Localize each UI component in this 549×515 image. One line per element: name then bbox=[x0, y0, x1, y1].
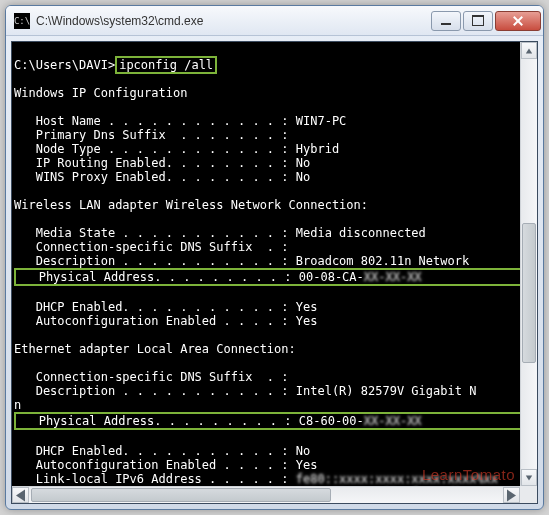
iprouting-value: No bbox=[289, 156, 311, 170]
window-controls bbox=[429, 11, 541, 31]
wlan-conndns-label: Connection-specific DNS Suffix . : bbox=[14, 240, 289, 254]
cmd-window: C:\ C:\Windows\system32\cmd.exe C:\Users… bbox=[5, 5, 544, 510]
wlan-physaddr-redacted: XX-XX-XX bbox=[364, 270, 422, 284]
iprouting-label: IP Routing Enabled. . . . . . . . : bbox=[14, 156, 289, 170]
wlan-desc-label: Description . . . . . . . . . . . : bbox=[14, 254, 289, 268]
primary-dns-label: Primary Dns Suffix . . . . . . . : bbox=[14, 128, 289, 142]
minimize-button[interactable] bbox=[431, 11, 461, 31]
eth-autoconf-value: Yes bbox=[289, 458, 318, 472]
winsproxy-value: No bbox=[289, 170, 311, 184]
wlan-desc-value: Broadcom 802.11n Network bbox=[289, 254, 470, 268]
watermark: LearnTomato bbox=[422, 466, 515, 483]
hscroll-track[interactable] bbox=[29, 487, 503, 503]
hostname-value: WIN7-PC bbox=[289, 114, 347, 128]
wlan-autoconf-value: Yes bbox=[289, 314, 318, 328]
horizontal-scrollbar[interactable] bbox=[12, 486, 520, 503]
eth-physaddr-redacted: XX-XX-XX bbox=[364, 414, 422, 428]
scroll-down-button[interactable] bbox=[521, 469, 537, 486]
scroll-right-button[interactable] bbox=[503, 487, 520, 503]
eth-dhcp-value: No bbox=[289, 444, 311, 458]
wlan-physaddr-highlight: Physical Address. . . . . . . . . : 00-0… bbox=[14, 268, 537, 286]
window-title: C:\Windows\system32\cmd.exe bbox=[36, 14, 429, 28]
wlan-mediastate-label: Media State . . . . . . . . . . . : bbox=[14, 226, 289, 240]
scroll-up-button[interactable] bbox=[521, 42, 537, 59]
wlan-autoconf-label: Autoconfiguration Enabled . . . . : bbox=[14, 314, 289, 328]
wlan-mediastate-value: Media disconnected bbox=[289, 226, 426, 240]
hostname-label: Host Name . . . . . . . . . . . . : bbox=[14, 114, 289, 128]
wlan-dhcp-label: DHCP Enabled. . . . . . . . . . . : bbox=[14, 300, 289, 314]
wlan-dhcp-value: Yes bbox=[289, 300, 318, 314]
scroll-left-button[interactable] bbox=[12, 487, 29, 503]
cmd-icon: C:\ bbox=[14, 13, 30, 29]
eth-physaddr-label: Physical Address. . . . . . . . . : bbox=[17, 414, 292, 428]
console-text: C:\Users\DAVI>ipconfig /all Windows IP C… bbox=[12, 42, 537, 504]
eth-physaddr-highlight: Physical Address. . . . . . . . . : C8-6… bbox=[14, 412, 537, 430]
titlebar[interactable]: C:\ C:\Windows\system32\cmd.exe bbox=[6, 6, 543, 36]
winsproxy-label: WINS Proxy Enabled. . . . . . . . : bbox=[14, 170, 289, 184]
eth-conndns-label: Connection-specific DNS Suffix . : bbox=[14, 370, 289, 384]
hscroll-thumb[interactable] bbox=[31, 488, 331, 502]
eth-desc-trail: n bbox=[14, 398, 21, 412]
eth-physaddr-visible: C8-60-00- bbox=[292, 414, 364, 428]
eth-linklocal-label: Link-local IPv6 Address . . . . . : bbox=[14, 472, 289, 486]
eth-autoconf-label: Autoconfiguration Enabled . . . . : bbox=[14, 458, 289, 472]
wlan-header: Wireless LAN adapter Wireless Network Co… bbox=[14, 198, 368, 212]
console-area[interactable]: C:\Users\DAVI>ipconfig /all Windows IP C… bbox=[11, 41, 538, 504]
ipconfig-header: Windows IP Configuration bbox=[14, 86, 187, 100]
eth-desc-label: Description . . . . . . . . . . . : bbox=[14, 384, 289, 398]
nodetype-label: Node Type . . . . . . . . . . . . : bbox=[14, 142, 289, 156]
vscroll-track[interactable] bbox=[521, 59, 537, 469]
eth-dhcp-label: DHCP Enabled. . . . . . . . . . . : bbox=[14, 444, 289, 458]
command-text: ipconfig /all bbox=[119, 58, 213, 72]
vscroll-thumb[interactable] bbox=[522, 223, 536, 363]
nodetype-value: Hybrid bbox=[289, 142, 340, 156]
wlan-physaddr-visible: 00-08-CA- bbox=[292, 270, 364, 284]
wlan-physaddr-label: Physical Address. . . . . . . . . : bbox=[17, 270, 292, 284]
command-highlight: ipconfig /all bbox=[115, 56, 217, 74]
prompt-arrow: > bbox=[108, 58, 115, 72]
eth-header: Ethernet adapter Local Area Connection: bbox=[14, 342, 296, 356]
prompt-path: C:\Users\DAVI bbox=[14, 58, 108, 72]
vertical-scrollbar[interactable] bbox=[520, 42, 537, 486]
scrollbar-corner bbox=[520, 486, 537, 503]
close-button[interactable] bbox=[495, 11, 541, 31]
eth-desc-value: Intel(R) 82579V Gigabit N bbox=[289, 384, 477, 398]
maximize-button[interactable] bbox=[463, 11, 493, 31]
